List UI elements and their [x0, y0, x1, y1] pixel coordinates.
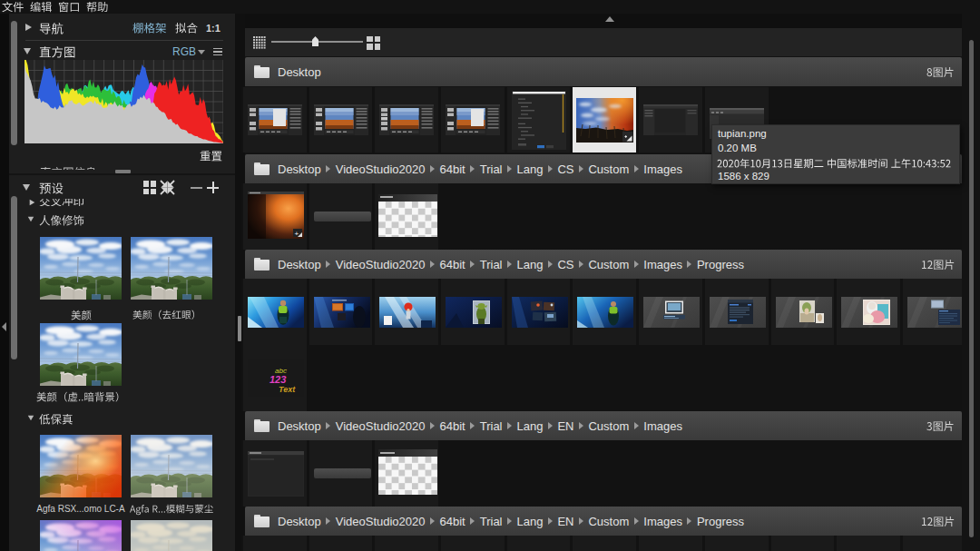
svg-text:123: 123: [270, 374, 286, 385]
svg-text:Text: Text: [279, 385, 296, 394]
